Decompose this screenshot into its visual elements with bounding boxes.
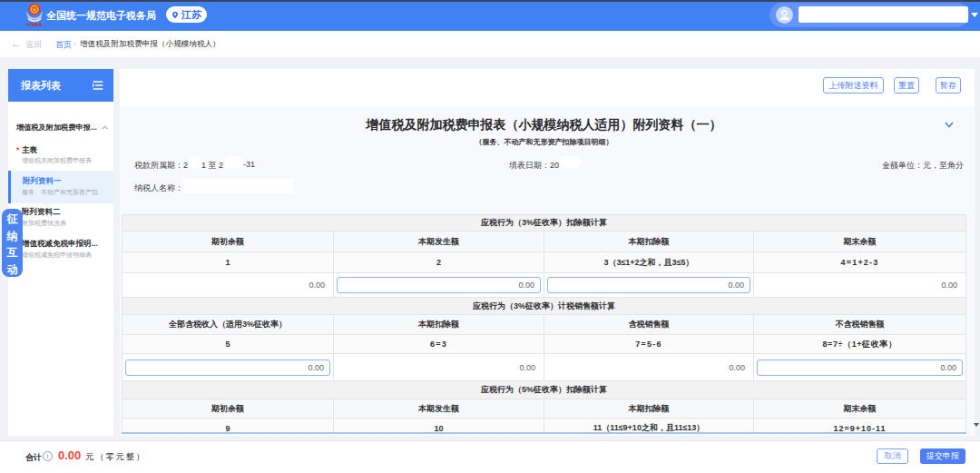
svg-text:中国税务: 中国税务 xyxy=(26,22,44,27)
